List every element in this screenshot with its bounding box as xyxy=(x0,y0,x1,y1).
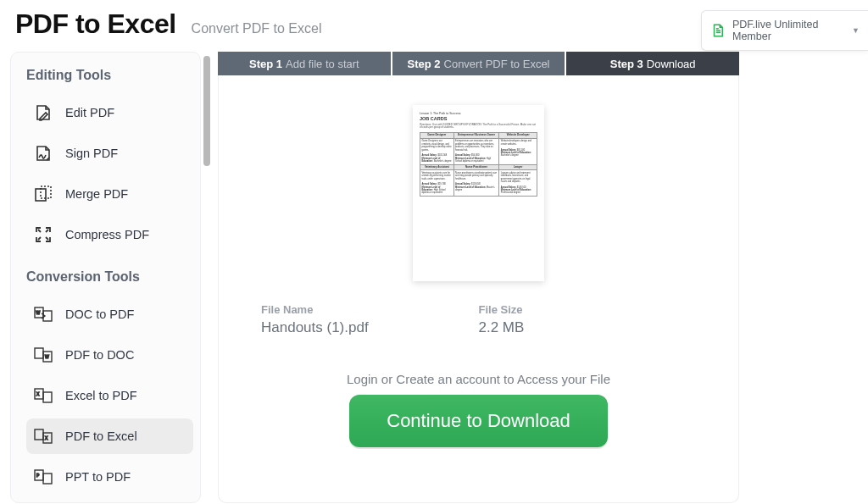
sidebar-item-label: Compress PDF xyxy=(65,228,149,241)
document-icon xyxy=(710,23,726,38)
step-3[interactable]: Step 3 Download xyxy=(565,52,739,75)
preview-table: Game Designer Entrepreneur/ Business Own… xyxy=(420,132,537,197)
preview-th: Lawyer xyxy=(499,164,537,170)
sidebar-item-label: Excel to PDF xyxy=(65,389,137,402)
preview-th: Nurse Practitioner xyxy=(453,164,499,170)
member-label: PDF.live Unlimited Member xyxy=(732,19,849,42)
sidebar-item-sign-pdf[interactable]: Sign PDF xyxy=(26,136,193,171)
sidebar-item-excel-to-pdf[interactable]: X Excel to PDF xyxy=(26,378,193,413)
svg-text:W: W xyxy=(45,354,49,359)
page-title: PDF to Excel xyxy=(15,8,176,40)
continue-download-button[interactable]: Continue to Download xyxy=(349,395,607,447)
preview-td: Nurse practitioners coordinate patient c… xyxy=(453,170,499,197)
conversion-tools-heading: Conversion Tools xyxy=(26,269,193,285)
step-1[interactable]: Step 1 Add file to start xyxy=(218,52,391,75)
preview-th: Veterinary Assistant xyxy=(420,164,454,170)
file-name-label: File Name xyxy=(261,303,479,316)
preview-td: Entrepreneurs are innovators who see pro… xyxy=(453,138,499,164)
svg-rect-16 xyxy=(43,474,52,484)
compress-icon xyxy=(33,224,53,245)
ppt-to-pdf-icon: P xyxy=(33,467,53,487)
file-info-row: File Name Handouts (1).pdf File Size 2.2… xyxy=(219,303,738,336)
sidebar-item-label: DOC to PDF xyxy=(65,307,134,321)
sidebar-item-merge-pdf[interactable]: Merge PDF xyxy=(26,176,193,212)
document-preview: Lesson 1: The Path to Success JOB CARDS … xyxy=(413,105,544,281)
pdf-to-doc-icon: W xyxy=(33,345,53,365)
file-size-label: File Size xyxy=(479,303,697,316)
preview-td: Lawyers advise and represent individuals… xyxy=(499,170,537,197)
editing-tools-heading: Editing Tools xyxy=(26,68,193,83)
preview-th: Entrepreneur/ Business Owner xyxy=(453,133,499,139)
svg-rect-11 xyxy=(35,429,43,440)
chevron-down-icon: ▼ xyxy=(852,26,860,35)
svg-text:X: X xyxy=(36,391,40,396)
sidebar-item-label: Edit PDF xyxy=(65,106,114,119)
preview-th: Website Developer xyxy=(499,133,537,139)
sidebar-item-ppt-to-pdf[interactable]: P PPT to PDF xyxy=(26,459,193,495)
pdf-to-excel-icon: X xyxy=(33,426,53,446)
svg-text:W: W xyxy=(36,310,41,315)
step-2-bold: Step 2 xyxy=(408,58,441,70)
sidebar: Editing Tools Edit PDF Sign PDF Merge PD… xyxy=(10,52,201,503)
file-size-col: File Size 2.2 MB xyxy=(479,303,697,336)
step-2-label: Convert PDF to Excel xyxy=(444,58,550,70)
svg-rect-5 xyxy=(35,348,43,358)
step-bar: Step 1 Add file to start Step 2 Convert … xyxy=(218,52,739,75)
merge-icon xyxy=(33,184,53,204)
member-dropdown[interactable]: PDF.live Unlimited Member ▼ xyxy=(701,10,868,51)
edit-icon xyxy=(33,102,53,123)
sidebar-item-label: Merge PDF xyxy=(65,187,128,201)
preview-td: Game Designers use creativity, visual de… xyxy=(420,138,454,164)
content-area: Lesson 1: The Path to Success JOB CARDS … xyxy=(218,75,739,503)
sign-icon xyxy=(33,143,53,163)
file-size-value: 2.2 MB xyxy=(479,319,697,336)
sidebar-item-compress-pdf[interactable]: Compress PDF xyxy=(26,217,193,252)
scrollbar-thumb[interactable] xyxy=(203,56,210,166)
doc-to-pdf-icon: W xyxy=(33,304,53,324)
sidebar-item-label: PPT to PDF xyxy=(65,470,131,484)
preview-lesson: Lesson 1: The Path to Success xyxy=(420,112,537,115)
sidebar-item-doc-to-pdf[interactable]: W DOC to PDF xyxy=(26,296,193,332)
svg-text:P: P xyxy=(36,473,40,478)
sidebar-item-label: Sign PDF xyxy=(65,147,118,160)
step-2[interactable]: Step 2 Convert PDF to Excel xyxy=(391,52,565,75)
file-name-col: File Name Handouts (1).pdf xyxy=(261,303,479,336)
file-name-value: Handouts (1).pdf xyxy=(261,319,479,336)
step-1-bold: Step 1 xyxy=(249,58,282,70)
preview-directions: Directions: Use with GUIDED GROUP EXPLOR… xyxy=(420,124,537,130)
sidebar-item-label: PDF to DOC xyxy=(65,348,134,362)
svg-rect-10 xyxy=(43,392,52,402)
preview-td: Veterinary assistants care for animals b… xyxy=(420,170,454,197)
login-prompt: Login or Create an account to Access you… xyxy=(347,372,610,386)
svg-text:X: X xyxy=(45,435,48,440)
preview-heading: JOB CARDS xyxy=(420,116,537,122)
sidebar-item-label: PDF to Excel xyxy=(65,429,137,443)
step-1-label: Add file to start xyxy=(286,58,359,70)
step-3-label: Download xyxy=(647,58,696,70)
excel-to-pdf-icon: X xyxy=(33,385,53,406)
sidebar-item-pdf-to-excel[interactable]: X PDF to Excel xyxy=(26,418,193,454)
preview-th: Game Designer xyxy=(420,133,454,139)
sidebar-item-edit-pdf[interactable]: Edit PDF xyxy=(26,95,193,130)
main-content: Step 1 Add file to start Step 2 Convert … xyxy=(218,52,868,503)
preview-td: Website developers design and create web… xyxy=(499,138,537,164)
sidebar-item-pdf-to-doc[interactable]: W PDF to DOC xyxy=(26,337,193,373)
step-3-bold: Step 3 xyxy=(610,58,643,70)
page-subtitle: Convert PDF to Excel xyxy=(192,21,322,36)
